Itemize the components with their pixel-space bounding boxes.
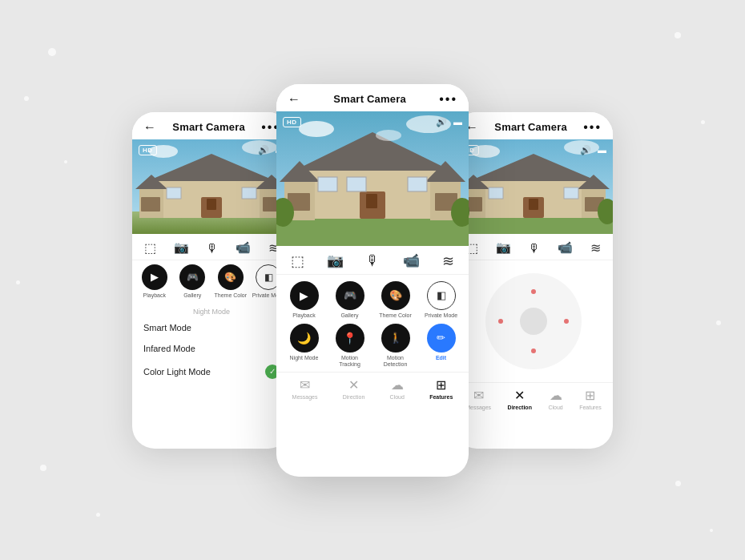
right-record-icon[interactable]: ▬ bbox=[598, 145, 606, 155]
center-private-btn[interactable]: ◧ Private Mode bbox=[420, 281, 462, 319]
center-night-mode-btn[interactable]: 🌙 Night Mode bbox=[283, 324, 325, 369]
left-icon-row: ⬚ 📷 🎙 📹 ≋ bbox=[132, 234, 291, 260]
right-dir-center[interactable] bbox=[520, 308, 547, 335]
left-playback-btn[interactable]: ▶ Playback bbox=[137, 264, 172, 299]
center-nav-messages[interactable]: ✉ Messages bbox=[292, 377, 318, 400]
right-nav-direction[interactable]: ✕ Direction bbox=[508, 388, 532, 410]
center-features-row2: 🌙 Night Mode 📍 Motion Tracking 🚶 Motion … bbox=[276, 320, 469, 372]
left-color-light-mode[interactable]: Color Light Mode ✓ bbox=[132, 359, 291, 385]
left-hd-badge: HD bbox=[139, 145, 157, 155]
center-camera-btn[interactable]: 📷 bbox=[327, 252, 344, 269]
right-camera-overlay: HD 🔊 ▬ bbox=[461, 145, 606, 155]
left-speaker-icon[interactable]: 🔊 bbox=[258, 145, 269, 155]
center-gallery-btn[interactable]: 🎮 Gallery bbox=[328, 281, 371, 319]
left-title: Smart Camera bbox=[172, 121, 245, 133]
right-direction-icon: ✕ bbox=[514, 388, 525, 403]
svg-rect-27 bbox=[347, 177, 366, 191]
right-bottom-nav: ✉ Messages ✕ Direction ☁ Cloud ⊞ Feature… bbox=[454, 382, 613, 417]
right-phone-card: ← Smart Camera ••• bbox=[454, 112, 613, 449]
left-features-grid: ▶ Playback 🎮 Gallery 🎨 Theme Color ◧ Pri… bbox=[132, 260, 291, 301]
right-direction-pad[interactable] bbox=[485, 273, 582, 369]
center-fullscreen-btn[interactable]: ⬚ bbox=[291, 252, 304, 270]
svg-rect-26 bbox=[318, 177, 337, 191]
left-camera-view: HD 🔊 ▬ bbox=[132, 139, 291, 234]
center-mic-btn[interactable]: 🎙 bbox=[366, 253, 380, 269]
right-camera-view: HD 🔊 ▬ bbox=[454, 139, 613, 234]
left-gallery-btn[interactable]: 🎮 Gallery bbox=[175, 264, 211, 299]
right-nav-cloud[interactable]: ☁ Cloud bbox=[548, 388, 562, 410]
center-icon-row: ⬚ 📷 🎙 📹 ≋ bbox=[276, 246, 469, 275]
right-header: ← Smart Camera ••• bbox=[454, 112, 613, 139]
center-hd-badge: HD bbox=[283, 117, 301, 127]
left-mic-btn[interactable]: 🎙 bbox=[206, 241, 218, 255]
left-phone-card: ← Smart Camera ••• bbox=[132, 112, 291, 449]
svg-rect-46 bbox=[489, 187, 503, 199]
right-filter-btn[interactable]: ≋ bbox=[590, 240, 601, 256]
left-camera-overlay: HD 🔊 ▬ bbox=[139, 145, 284, 155]
center-camera-overlay: HD 🔊 ▬ bbox=[283, 117, 462, 127]
svg-rect-9 bbox=[207, 199, 216, 210]
center-features-row1: ▶ Playback 🎮 Gallery 🎨 Theme Color ◧ Pri… bbox=[276, 275, 469, 320]
svg-rect-11 bbox=[242, 187, 256, 199]
right-dir-dot-bottom bbox=[531, 348, 536, 353]
right-mic-btn[interactable]: 🎙 bbox=[528, 241, 540, 255]
svg-rect-45 bbox=[529, 199, 538, 210]
left-back-button[interactable]: ← bbox=[143, 120, 156, 135]
right-dir-dot-top bbox=[531, 289, 536, 294]
right-cloud-icon: ☁ bbox=[550, 388, 562, 403]
right-speaker-icon[interactable]: 🔊 bbox=[580, 145, 591, 155]
right-nav-features[interactable]: ⊞ Features bbox=[579, 388, 602, 410]
svg-rect-28 bbox=[408, 177, 427, 191]
left-video-btn[interactable]: 📹 bbox=[236, 240, 251, 255]
left-infared-mode[interactable]: Infared Mode bbox=[132, 338, 291, 359]
center-edit-btn[interactable]: ✏ Edit bbox=[420, 324, 462, 369]
center-theme-btn[interactable]: 🎨 Theme Color bbox=[374, 281, 417, 319]
center-speaker-icon[interactable]: 🔊 bbox=[436, 117, 447, 127]
right-icon-row: ⬚ 📷 🎙 📹 ≋ bbox=[454, 234, 613, 260]
right-camera-btn[interactable]: 📷 bbox=[496, 240, 511, 255]
center-more-button[interactable]: ••• bbox=[439, 92, 457, 107]
right-messages-icon: ✉ bbox=[473, 388, 484, 403]
right-more-button[interactable]: ••• bbox=[583, 120, 602, 135]
left-smart-mode[interactable]: Smart Mode bbox=[132, 317, 291, 338]
svg-rect-12 bbox=[141, 197, 160, 212]
right-features-icon: ⊞ bbox=[585, 388, 595, 403]
center-filter-btn[interactable]: ≋ bbox=[442, 252, 454, 270]
svg-rect-10 bbox=[167, 187, 181, 199]
center-title: Smart Camera bbox=[333, 93, 406, 105]
screens-container: ← Smart Camera ••• bbox=[132, 84, 613, 477]
center-video-btn[interactable]: 📹 bbox=[403, 252, 420, 269]
center-motion-detection-btn[interactable]: 🚶 Motion Detection bbox=[374, 324, 417, 369]
center-nav-direction[interactable]: ✕ Direction bbox=[343, 377, 365, 400]
center-features-icon: ⊞ bbox=[436, 377, 446, 393]
left-header: ← Smart Camera ••• bbox=[132, 112, 291, 139]
center-messages-icon: ✉ bbox=[300, 377, 310, 393]
svg-rect-47 bbox=[564, 187, 578, 199]
center-direction-icon: ✕ bbox=[348, 377, 359, 393]
center-nav-features[interactable]: ⊞ Features bbox=[429, 377, 453, 400]
center-bottom-nav: ✉ Messages ✕ Direction ☁ Cloud ⊞ Feature… bbox=[276, 372, 469, 406]
right-title: Smart Camera bbox=[494, 121, 567, 133]
left-mode-section-title: Night Mode bbox=[132, 304, 291, 317]
center-header: ← Smart Camera ••• bbox=[276, 84, 469, 111]
left-theme-btn[interactable]: 🎨 Theme Color bbox=[213, 264, 248, 299]
center-back-button[interactable]: ← bbox=[288, 92, 300, 107]
right-direction-pad-container bbox=[454, 260, 613, 382]
svg-rect-25 bbox=[366, 194, 377, 208]
center-nav-cloud[interactable]: ☁ Cloud bbox=[390, 377, 405, 400]
center-record-icon[interactable]: ▬ bbox=[453, 117, 462, 127]
left-mode-list: Night Mode Smart Mode Infared Mode Color… bbox=[132, 301, 291, 388]
center-phone-card: ← Smart Camera ••• bbox=[276, 84, 469, 477]
svg-point-33 bbox=[376, 130, 401, 141]
center-cloud-icon: ☁ bbox=[391, 377, 404, 393]
center-motion-tracking-btn[interactable]: 📍 Motion Tracking bbox=[328, 324, 371, 369]
center-playback-btn[interactable]: ▶ Playback bbox=[283, 281, 325, 319]
right-nav-messages[interactable]: ✉ Messages bbox=[465, 388, 491, 410]
right-dir-dot-left bbox=[498, 319, 503, 324]
left-camera-btn[interactable]: 📷 bbox=[174, 240, 189, 255]
right-video-btn[interactable]: 📹 bbox=[558, 240, 573, 255]
center-camera-view: HD 🔊 ▬ bbox=[276, 111, 469, 246]
right-dir-dot-right bbox=[564, 319, 569, 324]
left-fullscreen-btn[interactable]: ⬚ bbox=[144, 240, 156, 256]
